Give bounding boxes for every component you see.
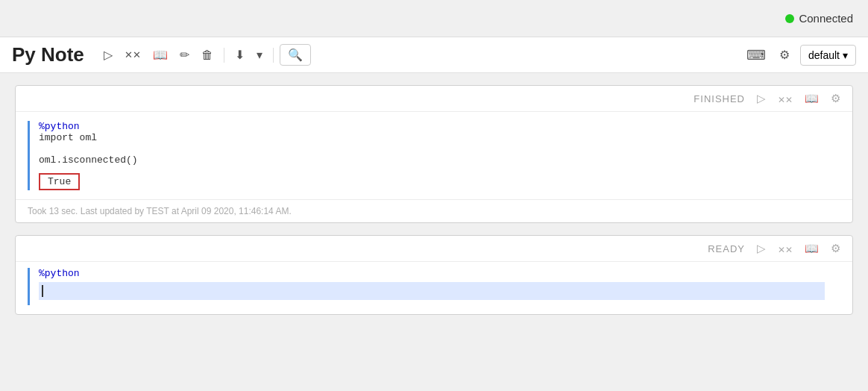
search-icon: 🔍	[288, 48, 303, 62]
gear-icon: ⚙	[779, 49, 790, 61]
main-toolbar: Py Note ▷ ✕✕ 📖 ✏ 🗑 ⬇ ▾	[0, 37, 868, 73]
default-dropdown-arrow-icon: ▾	[843, 49, 848, 61]
cell-2-cursor-line[interactable]	[39, 282, 825, 300]
cell-2-run-button[interactable]: ▷	[754, 240, 769, 257]
notebook-cell-2: READY ▷ ✕✕ 📖 ⚙ %python	[15, 235, 853, 315]
app-title: Py Note	[12, 43, 84, 66]
connection-status: Connected	[785, 12, 853, 25]
toolbar-left: Py Note ▷ ✕✕ 📖 ✏ 🗑 ⬇ ▾	[12, 43, 311, 66]
download-button[interactable]: ⬇	[230, 45, 249, 65]
cell-2-interrupt-button[interactable]: ✕✕	[775, 241, 796, 257]
cell-1-status: FINISHED	[694, 93, 745, 104]
pen-button[interactable]: ✏	[175, 45, 194, 65]
cell-1-code-content: %python import oml oml.isconnected() Tru…	[39, 121, 840, 190]
cell-2-interrupt-icon: ✕✕	[778, 245, 793, 255]
cell-2-body: %python	[16, 262, 852, 314]
search-button[interactable]: 🔍	[280, 44, 311, 66]
dropdown-arrow-icon: ▾	[257, 48, 262, 62]
connected-dot	[785, 14, 794, 23]
default-dropdown-button[interactable]: default ▾	[800, 45, 856, 66]
code-line-2: import oml	[39, 132, 840, 143]
cell-1-book-button[interactable]: 📖	[802, 90, 822, 107]
cell-2-book-button[interactable]: 📖	[802, 240, 822, 257]
cell-1-output: True	[39, 173, 80, 190]
cell-2-status: READY	[708, 243, 745, 254]
cell-1-footer: Took 13 sec. Last updated by TEST at Apr…	[16, 199, 852, 222]
cell-1-settings-button[interactable]: ⚙	[828, 90, 843, 107]
cell-2-book-icon: 📖	[805, 242, 819, 254]
cell-2-magic-line: %python	[39, 268, 80, 279]
cell-settings-icon: ⚙	[831, 92, 840, 104]
notebook-cell-1: FINISHED ▷ ✕✕ 📖 ⚙ %python import oml oml…	[15, 85, 853, 223]
interrupt-icon: ✕✕	[125, 49, 141, 60]
cell-2-settings-icon: ⚙	[831, 242, 840, 254]
cell-interrupt-icon: ✕✕	[778, 95, 793, 105]
code-line-3: oml.isconnected()	[39, 154, 840, 166]
download-icon: ⬇	[235, 48, 245, 62]
trash-button[interactable]: 🗑	[197, 46, 218, 65]
pen-icon: ✏	[180, 48, 189, 62]
trash-icon: 🗑	[201, 49, 213, 62]
cell-2-blue-bar	[28, 268, 30, 305]
keyboard-icon: ⌨	[746, 48, 766, 63]
cursor-caret	[42, 285, 43, 297]
keyboard-button[interactable]: ⌨	[743, 44, 769, 66]
connected-label: Connected	[799, 12, 853, 25]
default-label: default	[808, 49, 840, 61]
book-button[interactable]: 📖	[148, 45, 172, 65]
cell-2-settings-button[interactable]: ⚙	[828, 240, 843, 257]
download-dropdown-button[interactable]: ▾	[252, 45, 267, 65]
cell-2-header: READY ▷ ✕✕ 📖 ⚙	[16, 236, 852, 262]
cell-1-code-area: %python import oml oml.isconnected() Tru…	[28, 121, 840, 190]
settings-button[interactable]: ⚙	[776, 45, 793, 65]
cell-1-interrupt-button[interactable]: ✕✕	[775, 91, 796, 107]
toolbar-right: ⌨ ⚙ default ▾	[743, 44, 856, 66]
code-magic-line: %python	[39, 121, 80, 132]
book-icon: 📖	[153, 48, 168, 62]
cell-1-header: FINISHED ▷ ✕✕ 📖 ⚙	[16, 86, 852, 112]
cell-run-icon: ▷	[757, 92, 766, 104]
interrupt-button[interactable]: ✕✕	[120, 46, 145, 63]
cell-2-code-area: %python	[28, 268, 840, 305]
cell-book-icon: 📖	[805, 92, 819, 104]
cell-2-run-icon: ▷	[757, 242, 766, 254]
cell-1-blue-bar	[28, 121, 30, 190]
cell-2-code-content: %python	[39, 268, 840, 305]
run-button[interactable]: ▷	[99, 45, 117, 65]
run-icon: ▷	[104, 48, 113, 62]
cell-1-run-button[interactable]: ▷	[754, 90, 769, 107]
main-content: FINISHED ▷ ✕✕ 📖 ⚙ %python import oml oml…	[0, 73, 868, 327]
separator-2	[273, 48, 274, 63]
cell-1-body: %python import oml oml.isconnected() Tru…	[16, 112, 852, 199]
separator-1	[224, 48, 224, 63]
top-bar: Connected	[0, 0, 868, 37]
toolbar-icons: ▷ ✕✕ 📖 ✏ 🗑 ⬇ ▾ 🔍	[99, 44, 311, 66]
